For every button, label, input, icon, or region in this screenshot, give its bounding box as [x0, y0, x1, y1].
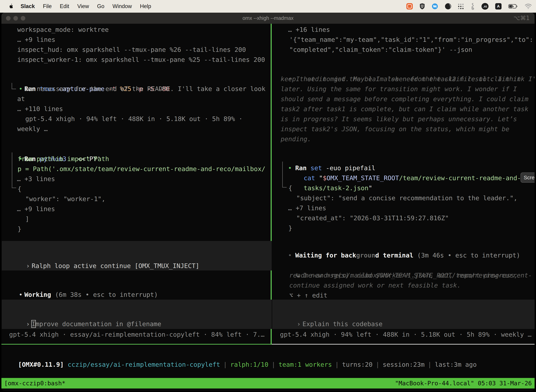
window-shortcut-hint: ⌥⌘1 — [513, 14, 530, 21]
battery-icon[interactable] — [508, 4, 518, 9]
command-output-line: ] — [25, 214, 29, 224]
working-meta: (6m 38s • esc to interrupt) — [55, 291, 158, 298]
right-prompt-input[interactable]: ›Explain this codebase — [272, 300, 535, 329]
collapsed-lines-indicator[interactable]: … +110 lines — [17, 104, 63, 114]
omx-ralph-counter: ralph:1/10 — [230, 361, 268, 368]
collapsed-lines-indicator[interactable]: … +7 lines — [288, 203, 326, 213]
menu-help[interactable]: Help — [140, 3, 151, 9]
command-output-line: } — [288, 223, 292, 233]
ralph-notice-line: ›Ralph loop active continue [OMX_TMUX_IN… — [3, 251, 199, 281]
thinking-line: inspect task2's JSON, focusing on the st… — [281, 124, 509, 134]
right-pane-bottom-border — [272, 344, 535, 345]
separator: | — [223, 361, 227, 368]
waiting-label-shimmer: groun — [356, 252, 375, 259]
pane-divider-vertical[interactable] — [271, 24, 272, 345]
screenshot-tooltip-chip[interactable]: Scre — [521, 173, 535, 183]
command-output-line: { — [18, 184, 21, 194]
tmux-host-and-clock: "MacBook-Pro-44.local" 05:03 31-Mar-26 — [395, 378, 532, 388]
quote-token: " — [368, 184, 372, 191]
menu-go[interactable]: Go — [97, 3, 104, 9]
command-output-line: } — [18, 224, 21, 234]
prompt-placeholder: mprove documentation in @filename — [36, 320, 161, 327]
command-output-line: "worker": "worker-1", — [25, 194, 105, 204]
right-pane-status-line: gpt-5.4 xhigh · 94% left · 488K in · 5.1… — [280, 330, 531, 340]
output-tree-connector — [282, 162, 287, 187]
keyboard-layout-icon[interactable]: A — [495, 3, 502, 9]
ralph-notice-panel: ›Ralph loop active continue [OMX_TMUX_IN… — [2, 241, 272, 271]
thinking-line: later. Using the same for transition mig… — [281, 84, 517, 94]
menu-bar-status-icons: ..61 A — [407, 3, 532, 10]
collapsed-lines-indicator[interactable]: … +3 lines — [17, 174, 55, 184]
spinner-bullet-icon: • — [288, 250, 295, 260]
collapsed-lines-indicator[interactable]: … +16 lines — [288, 25, 330, 35]
shield-grid-icon[interactable] — [419, 3, 425, 10]
chevron-icon: › — [26, 261, 32, 271]
separator: | — [376, 361, 379, 368]
menu-view[interactable]: View — [77, 3, 89, 9]
thinking-line: is in progress? It seems likely but perh… — [281, 114, 517, 124]
dark-moon-icon[interactable] — [445, 3, 451, 10]
edit-shortcut-hint[interactable]: ⌥ + ↑ edit — [289, 290, 327, 300]
dots-grid-icon[interactable] — [458, 4, 464, 9]
omx-status-bar: [OMX#0.11.9]cczip/essay/ai-reimplementat… — [3, 350, 477, 379]
spinner-bullet-icon: • — [19, 289, 24, 300]
command-output-line: at — [17, 94, 25, 104]
waiting-meta: (3m 46s • esc to interrupt) — [417, 252, 520, 259]
left-pane-status-line: gpt-5.4 xhigh · essay/ai-reimplementatio… — [9, 330, 264, 340]
run-bullet-icon: • — [19, 84, 24, 94]
window-title-bar[interactable]: omx --xhigh --madmax ⌥⌘1 — [1, 13, 535, 24]
mailbox-note-line: readme-and-reco/mailbox/worker-1.json, a… — [289, 270, 518, 280]
path-token: /team/review-current-readme-and-reco/ — [399, 174, 535, 182]
scrollback-line: workspace_mode: worktree — [17, 25, 109, 35]
scrollback-line: inspect_hud: omx sparkshell --tmux-pane … — [17, 45, 246, 55]
chat-app-icon[interactable] — [407, 3, 413, 9]
separator: | — [428, 361, 432, 368]
battery-percent-badge[interactable]: ..61 — [482, 3, 488, 10]
active-app-menu[interactable]: Slack — [21, 3, 35, 9]
apple-menu-icon[interactable] — [9, 4, 13, 9]
window-title: omx --xhigh --madmax — [1, 15, 535, 21]
omx-turns: turns:20 — [342, 361, 373, 368]
waiting-label: d terminal — [375, 252, 413, 259]
omx-version: [OMX#0.11.9] — [18, 361, 64, 368]
waiting-label: Waiting for back — [295, 252, 356, 259]
wifi-icon[interactable] — [525, 4, 532, 9]
posture-icon[interactable] — [470, 3, 475, 10]
collapsed-lines-indicator[interactable]: … +9 lines — [17, 204, 55, 214]
left-pane-bottom-border — [1, 344, 272, 345]
thinking-line: pending. — [281, 134, 311, 144]
blue-badge-icon[interactable] — [432, 3, 438, 9]
prompt-chevron-icon: › — [297, 319, 302, 329]
left-prompt-input[interactable]: ›Improve documentation in @filename — [2, 300, 272, 329]
tmux-session-name[interactable]: [omx-cczip0:bash* — [4, 378, 65, 388]
output-tree-connector — [12, 83, 16, 89]
command-output-line: weekly … — [17, 124, 48, 134]
omx-team-workers: team:1 workers — [278, 361, 332, 368]
omx-session-time: session:23m — [383, 361, 425, 368]
separator: | — [335, 361, 339, 368]
scrollback-line: inspect_worker-1: omx sparkshell --tmux-… — [17, 55, 265, 65]
macos-menu-bar: Slack File Edit View Go Window Help — [0, 0, 536, 13]
output-tree-connector — [12, 152, 16, 188]
code-line: from pathlib import Path — [18, 154, 109, 164]
code-line: p = Path('.omx/state/team/review-current… — [18, 164, 265, 174]
thinking-line: keep that in mind. Maybe I also need the… — [281, 74, 521, 84]
prompt-chevron-icon: › — [26, 319, 32, 329]
thinking-line: task2 after task1 is complete, but can I… — [281, 104, 528, 114]
menu-edit[interactable]: Edit — [60, 3, 69, 9]
omx-project: cczip/essay/ai-reimplementation-copyleft — [68, 361, 220, 368]
tmux-status-bar: [omx-cczip0:bash* "MacBook-Pro-44.local"… — [1, 378, 535, 388]
working-label: Working — [24, 291, 51, 298]
thinking-line: should send a message before completing … — [281, 94, 528, 104]
text-cursor[interactable]: I — [32, 320, 36, 327]
path-token: tasks/task-2.json — [304, 184, 368, 191]
omx-last-activity: last:3m ago — [435, 361, 477, 368]
scrollback-line: '{"team_name":"my-team","task_id":"1","f… — [289, 35, 533, 45]
collapsed-lines-indicator[interactable]: … +9 lines — [17, 35, 55, 45]
menu-window[interactable]: Window — [112, 3, 132, 9]
command-output-line: "created_at": "2026-03-31T11:59:27.816Z" — [296, 213, 449, 223]
mailbox-note-line: continue assigned work or next feasible … — [289, 280, 461, 290]
command-output-line: gpt-5.4 xhigh · 94% left · 488K in · 5.1… — [25, 114, 243, 124]
ralph-notice-text: Ralph loop active continue [OMX_TMUX_INJ… — [32, 262, 199, 269]
menu-file[interactable]: File — [43, 3, 52, 9]
